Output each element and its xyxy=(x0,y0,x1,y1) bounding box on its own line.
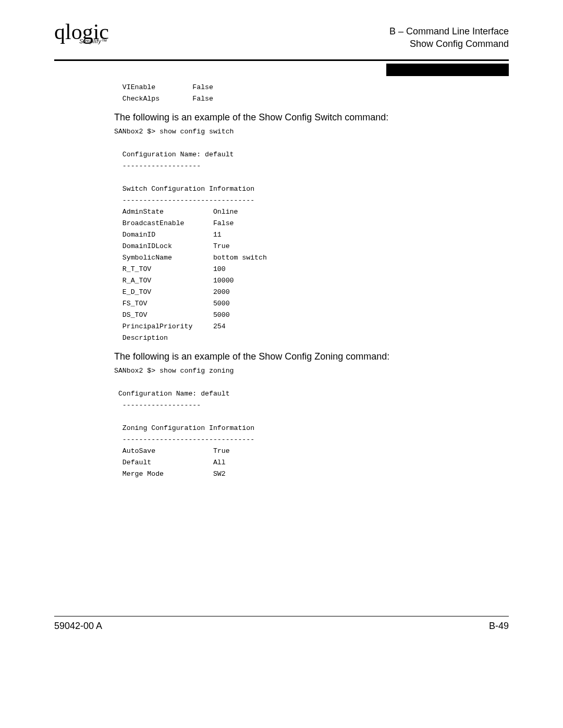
header-subsection: Show Config Command xyxy=(389,38,509,50)
header-section: B – Command Line Interface xyxy=(389,25,509,38)
paragraph-zoning: The following is an example of the Show … xyxy=(114,351,448,362)
page-header: qlogic Simplify™ B – Command Line Interf… xyxy=(54,21,509,57)
header-right: B – Command Line Interface Show Config C… xyxy=(389,21,509,51)
page-content: VIEnable False CheckAlps False The follo… xyxy=(114,82,448,480)
paragraph-switch: The following is an example of the Show … xyxy=(114,112,448,123)
qlogic-logo: qlogic Simplify™ xyxy=(54,21,109,43)
header-black-bar xyxy=(386,64,509,76)
footer-rule xyxy=(54,616,509,616)
footer-doc-id: 59042-00 A xyxy=(54,621,102,632)
footer-page-number: B-49 xyxy=(489,621,509,632)
code-block-intro: VIEnable False CheckAlps False xyxy=(114,82,448,105)
logo-subtext: Simplify™ xyxy=(79,39,107,44)
code-block-switch: SANbox2 $> show config switch Configurat… xyxy=(114,126,448,344)
code-block-zoning: SANbox2 $> show config zoning Configurat… xyxy=(114,365,448,480)
header-rule xyxy=(54,59,509,61)
page-footer: 59042-00 A B-49 xyxy=(54,616,509,632)
